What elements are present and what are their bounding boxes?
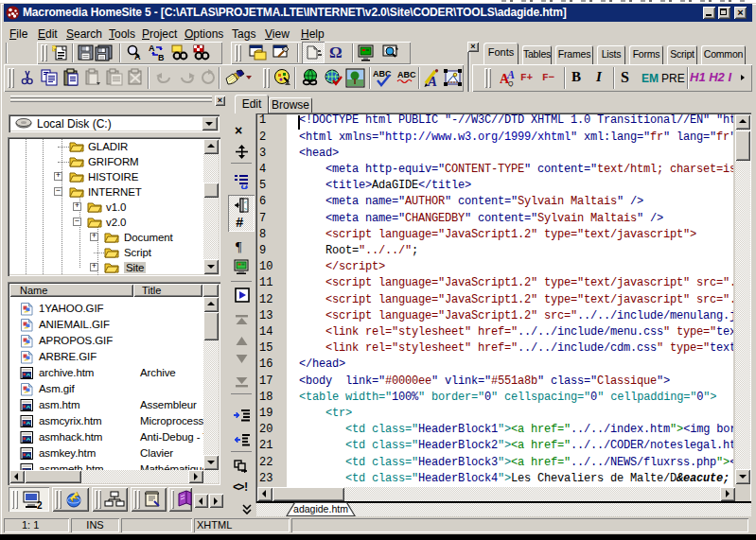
svg-text:Q: Q	[508, 80, 514, 87]
svg-text:<: <	[244, 200, 248, 206]
svg-text:2: 2	[37, 500, 43, 509]
svg-text:>: >	[244, 206, 248, 213]
svg-text:A: A	[134, 52, 141, 61]
svg-text:A: A	[427, 74, 437, 88]
svg-text:B: B	[158, 53, 165, 61]
svg-text:A: A	[149, 44, 155, 53]
svg-text:ABC: ABC	[397, 70, 416, 79]
